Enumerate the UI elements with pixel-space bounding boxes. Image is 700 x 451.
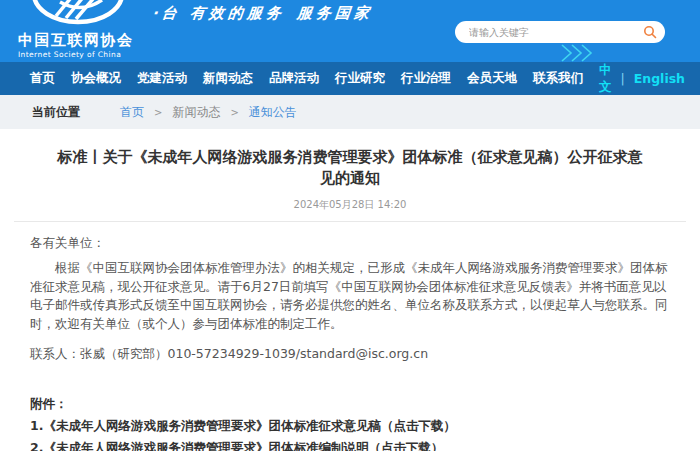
search-icon[interactable] [643,25,657,39]
nav-item-home[interactable]: 首页 [30,70,55,87]
article: 标准丨关于《未成年人网络游戏服务消费管理要求》团体标准（征求意见稿）公开征求意见… [0,129,700,451]
breadcrumb-label: 当前位置 [32,104,80,121]
slogan-calligraphy-right: 服务国家 [296,4,374,23]
site-header: 中国互联网协会 Internet Society of China ·台 有效的… [0,0,700,62]
org-name-cn: 中国互联网协会 [18,32,148,49]
search-input[interactable] [467,26,643,39]
article-body: 各有关单位： 根据《中国互联网协会团体标准管理办法》的相关规定，已形成《未成年人… [14,233,686,451]
body-paragraph: 根据《中国互联网协会团体标准管理办法》的相关规定，已形成《未成年人网络游戏服务消… [30,259,670,333]
nav-item-about[interactable]: 协会概况 [71,70,121,87]
nav-item-brand[interactable]: 品牌活动 [269,70,319,87]
main-nav: 首页 协会概况 党建活动 新闻动态 品牌活动 行业研究 行业治理 会员天地 联系… [0,62,700,95]
page: 中国互联网协会 Internet Society of China ·台 有效的… [0,0,700,451]
nav-item-governance[interactable]: 行业治理 [401,70,451,87]
contact-line: 联系人：张威（研究部）010-57234929-1039/standard@is… [30,345,670,364]
breadcrumb-news-link[interactable]: 新闻动态 [172,104,220,121]
breadcrumb-home-link[interactable]: 首页 [120,104,144,121]
breadcrumb: 当前位置 首页 > 新闻动态 > 通知公告 [0,95,700,129]
lang-chinese-link[interactable]: 中文 [599,62,612,96]
breadcrumb-separator: > [230,107,238,118]
attachment-download-link-2[interactable]: 2.《未成年人网络游戏服务消费管理要求》团体标准编制说明（点击下载） [30,441,670,451]
breadcrumb-separator: > [154,107,162,118]
nav-item-contact[interactable]: 联系我们 [533,70,583,87]
nav-item-party[interactable]: 党建活动 [137,70,187,87]
title-divider [14,221,686,222]
attachments-section: 附件： 1.《未成年人网络游戏服务消费管理要求》团体标准征求意见稿（点击下载） … [30,397,670,451]
org-name-en: Internet Society of China [18,50,148,59]
nav-item-research[interactable]: 行业研究 [335,70,385,87]
logo[interactable]: 中国互联网协会 Internet Society of China [18,0,148,59]
nav-item-members[interactable]: 会员天地 [467,70,517,87]
salutation: 各有关单位： [30,233,670,252]
isc-logo-icon [26,0,130,32]
language-switcher: 中文 | English [599,62,685,96]
nav-item-news[interactable]: 新闻动态 [203,70,253,87]
lang-english-link[interactable]: English [634,71,685,86]
article-datetime: 2024年05月28日 14:20 [14,198,686,212]
attachment-download-link-1[interactable]: 1.《未成年人网络游戏服务消费管理要求》团体标准征求意见稿（点击下载） [30,419,670,432]
lang-divider: | [621,71,625,86]
search-box [455,21,665,43]
article-title: 标准丨关于《未成年人网络游戏服务消费管理要求》团体标准（征求意见稿）公开征求意见… [54,147,646,189]
attachments-label: 附件： [30,397,670,410]
breadcrumb-notice-link[interactable]: 通知公告 [249,104,297,121]
slogan-calligraphy-left: ·台 有效的服务 [151,4,286,23]
chevron-decoration-icon [548,44,602,62]
